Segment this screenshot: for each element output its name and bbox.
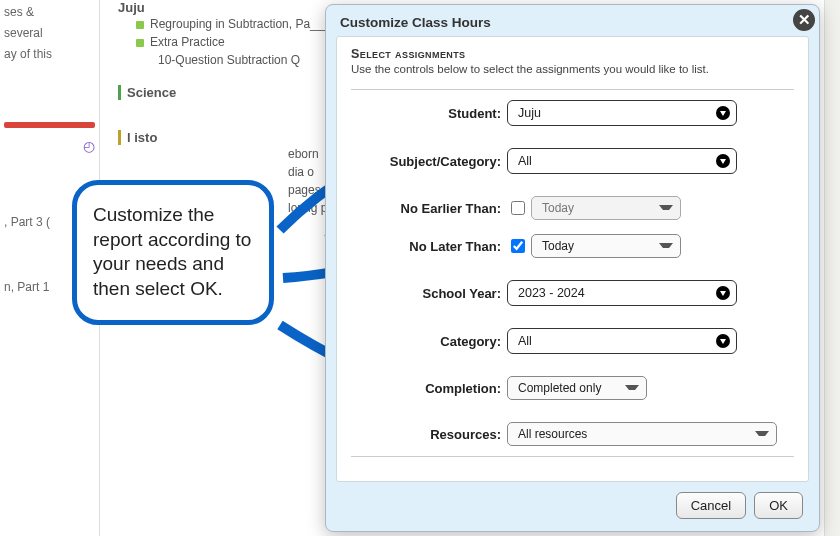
close-icon: ✕ (798, 11, 811, 28)
no-later-select[interactable]: Today (531, 234, 681, 258)
dialog-title-bar: Customize Class Hours ✕ (326, 5, 819, 36)
item-label: 10-Question Subtraction Q (158, 53, 300, 67)
form-row-no-later: No Later Than: Today (351, 234, 794, 258)
form-row-subject: Subject/Category: All (351, 148, 794, 174)
callout-text: Customize the report according to your n… (93, 204, 251, 299)
progress-bar (4, 122, 95, 128)
category-label: Category: (351, 334, 507, 349)
chevron-down-icon (716, 154, 730, 168)
no-earlier-checkbox[interactable] (511, 201, 525, 215)
chevron-down-icon (716, 286, 730, 300)
form-row-school-year: School Year: 2023 - 2024 (351, 280, 794, 306)
subject-select[interactable]: All (507, 148, 737, 174)
form-row-completion: Completion: Completed only (351, 376, 794, 400)
divider (351, 89, 794, 90)
completion-value: Completed only (518, 381, 601, 395)
category-select[interactable]: All (507, 328, 737, 354)
chevron-down-icon (716, 334, 730, 348)
form-row-no-earlier: No Earlier Than: Today (351, 196, 794, 220)
customize-class-hours-dialog: Customize Class Hours ✕ Select assignmen… (325, 4, 820, 532)
chevron-down-icon (716, 106, 730, 120)
status-dot-icon (136, 21, 144, 29)
subject-value: All (518, 154, 532, 168)
no-later-value: Today (542, 239, 574, 253)
bg-text-fragment: ses & (4, 4, 95, 21)
clock-icon: ◴ (83, 138, 95, 154)
bg-text-fragment: several (4, 25, 95, 42)
ok-button[interactable]: OK (754, 492, 803, 519)
no-earlier-label: No Earlier Than: (351, 201, 507, 216)
dialog-body: Select assignments Use the controls belo… (336, 36, 809, 482)
school-year-label: School Year: (351, 286, 507, 301)
student-label: Student: (351, 106, 507, 121)
student-select[interactable]: Juju (507, 100, 737, 126)
section-heading: Select assignments (351, 47, 794, 61)
bg-right-edge (824, 0, 840, 536)
no-earlier-value: Today (542, 201, 574, 215)
bg-text-fragment: ay of this (4, 46, 95, 63)
item-label: Extra Practice (150, 35, 225, 49)
student-value: Juju (518, 106, 541, 120)
resources-value: All resources (518, 427, 587, 441)
completion-select[interactable]: Completed only (507, 376, 647, 400)
school-year-select[interactable]: 2023 - 2024 (507, 280, 737, 306)
subject-label: Subject/Category: (351, 154, 507, 169)
no-later-label: No Later Than: (351, 239, 507, 254)
dialog-title: Customize Class Hours (340, 15, 491, 30)
annotation-callout: Customize the report according to your n… (72, 180, 274, 325)
no-earlier-select[interactable]: Today (531, 196, 681, 220)
resources-select[interactable]: All resources (507, 422, 777, 446)
divider (351, 456, 794, 457)
status-dot-icon (136, 39, 144, 47)
dialog-close-button[interactable]: ✕ (793, 9, 815, 31)
resources-label: Resources: (351, 427, 507, 442)
form-row-resources: Resources: All resources (351, 422, 794, 446)
section-hint: Use the controls below to select the ass… (351, 61, 794, 83)
category-value: All (518, 334, 532, 348)
form-row-category: Category: All (351, 328, 794, 354)
no-later-checkbox[interactable] (511, 239, 525, 253)
dialog-footer: Cancel OK (326, 482, 819, 523)
school-year-value: 2023 - 2024 (518, 286, 585, 300)
form-row-student: Student: Juju (351, 100, 794, 126)
completion-label: Completion: (351, 381, 507, 396)
cancel-button[interactable]: Cancel (676, 492, 746, 519)
